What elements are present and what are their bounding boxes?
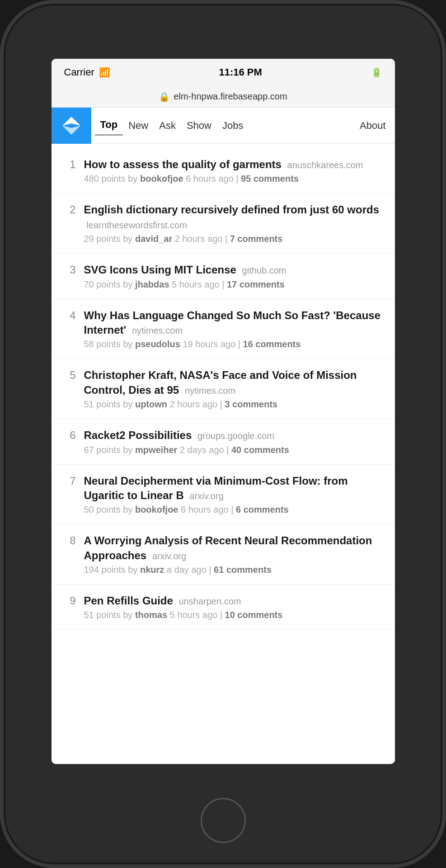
nav-header: Top New Ask Show Jobs About [52,108,395,144]
story-content: Racket2 Possibilities groups.google.com … [84,428,384,455]
story-meta: 50 points by bookofjoe 6 hours ago | 6 c… [84,505,384,515]
logo-svg [60,114,83,137]
phone-screen: Carrier 📶 11:16 PM 🔋 🔒 elm-hnpwa.firebas… [52,59,395,764]
story-author[interactable]: bookofjoe [140,174,183,184]
story-title[interactable]: Racket2 Possibilities groups.google.com [84,428,384,443]
story-comments[interactable]: 40 comments [231,445,289,455]
url-bar[interactable]: 🔒 elm-hnpwa.firebaseapp.com [52,86,395,108]
story-author[interactable]: pseudolus [135,339,180,349]
home-button[interactable] [201,798,246,843]
story-domain: github.com [242,265,286,275]
story-item[interactable]: 6 Racket2 Possibilities groups.google.co… [52,419,395,464]
story-rank: 6 [62,428,76,442]
story-title[interactable]: Christopher Kraft, NASA's Face and Voice… [84,368,384,397]
story-comments[interactable]: 3 comments [225,399,278,409]
story-item[interactable]: 3 SVG Icons Using MIT License github.com… [52,254,395,299]
nav-about[interactable]: About [351,116,395,135]
story-item[interactable]: 8 A Worrying Analysis of Recent Neural R… [52,524,395,585]
story-title[interactable]: A Worrying Analysis of Recent Neural Rec… [84,533,384,563]
svg-marker-0 [62,117,80,126]
story-comments[interactable]: 61 comments [214,565,272,575]
story-meta: 70 points by jhabdas 5 hours ago | 17 co… [84,279,384,290]
story-domain: nytimes.com [185,386,235,396]
story-content: Why Has Language Changed So Much So Fast… [84,308,384,350]
story-content: Christopher Kraft, NASA's Face and Voice… [84,368,384,410]
story-domain: anuschkarees.com [287,160,363,170]
story-domain: arxiv.org [152,551,186,561]
story-meta: 194 points by nkurz a day ago | 61 comme… [84,565,384,575]
story-title[interactable]: English dictionary recursively defined f… [84,203,384,232]
story-item[interactable]: 7 Neural Decipherment via Minimum-Cost F… [52,465,395,525]
story-comments[interactable]: 6 comments [236,505,289,514]
nav-tab-new[interactable]: New [123,116,154,135]
phone-frame: Carrier 📶 11:16 PM 🔋 🔒 elm-hnpwa.firebas… [0,0,446,868]
story-meta: 480 points by bookofjoe 6 hours ago | 95… [84,174,384,184]
story-item[interactable]: 5 Christopher Kraft, NASA's Face and Voi… [52,359,395,419]
story-item[interactable]: 2 English dictionary recursively defined… [52,193,395,254]
story-content: English dictionary recursively defined f… [84,203,384,244]
story-content: A Worrying Analysis of Recent Neural Rec… [84,533,384,575]
story-author[interactable]: mpweiher [135,445,177,455]
nav-tab-top[interactable]: Top [95,115,123,136]
nav-tab-jobs[interactable]: Jobs [217,116,249,135]
stories-list: 1 How to assess the quality of garments … [52,144,395,764]
story-title[interactable]: SVG Icons Using MIT License github.com [84,263,384,277]
story-comments[interactable]: 10 comments [225,610,283,620]
story-meta: 67 points by mpweiher 2 days ago | 40 co… [84,445,384,455]
status-time: 11:16 PM [219,66,262,78]
story-domain: learnthesewordsfirst.com [87,220,187,230]
story-domain: nytimes.com [132,326,183,335]
story-meta: 51 points by thomas 5 hours ago | 10 com… [84,610,384,620]
url-text: elm-hnpwa.firebaseapp.com [174,91,287,102]
story-item[interactable]: 1 How to assess the quality of garments … [52,148,395,193]
story-rank: 3 [62,263,76,276]
story-rank: 7 [62,474,76,487]
story-content: Neural Decipherment via Minimum-Cost Flo… [84,474,384,515]
nav-tab-ask[interactable]: Ask [154,116,181,135]
story-rank: 5 [62,368,76,382]
story-comments[interactable]: 16 comments [243,339,301,349]
story-author[interactable]: bookofjoe [135,505,178,514]
story-domain: arxiv.org [190,491,224,501]
story-author[interactable]: david_ar [135,234,172,244]
svg-marker-1 [62,126,80,135]
status-bar: Carrier 📶 11:16 PM 🔋 [52,59,395,86]
wifi-icon: 📶 [99,67,110,78]
story-item[interactable]: 4 Why Has Language Changed So Much So Fa… [52,299,395,359]
story-domain: groups.google.com [197,431,274,441]
story-rank: 9 [62,594,76,607]
story-comments[interactable]: 95 comments [241,174,299,184]
story-title[interactable]: How to assess the quality of garments an… [84,157,384,172]
story-item[interactable]: 9 Pen Refills Guide unsharpen.com 51 poi… [52,585,395,630]
carrier-info: Carrier 📶 [64,66,110,78]
app-logo[interactable] [52,108,91,144]
story-meta: 51 points by uptown 2 hours ago | 3 comm… [84,399,384,410]
story-author[interactable]: uptown [135,399,167,409]
story-content: Pen Refills Guide unsharpen.com 51 point… [84,594,384,620]
story-title[interactable]: Neural Decipherment via Minimum-Cost Flo… [84,474,384,503]
story-comments[interactable]: 7 comments [230,234,283,244]
story-title[interactable]: Why Has Language Changed So Much So Fast… [84,308,384,338]
story-rank: 8 [62,533,76,547]
story-author[interactable]: nkurz [140,565,164,575]
story-content: SVG Icons Using MIT License github.com 7… [84,263,384,289]
story-title[interactable]: Pen Refills Guide unsharpen.com [84,594,384,608]
story-rank: 4 [62,308,76,322]
story-meta: 58 points by pseudolus 19 hours ago | 16… [84,339,384,349]
story-content: How to assess the quality of garments an… [84,157,384,184]
carrier-label: Carrier [64,66,94,78]
story-domain: unsharpen.com [179,596,241,606]
nav-tab-show[interactable]: Show [181,116,217,135]
story-meta: 29 points by david_ar 2 hours ago | 7 co… [84,234,384,244]
story-author[interactable]: thomas [135,610,167,620]
story-rank: 2 [62,203,76,216]
story-author[interactable]: jhabdas [135,279,169,289]
battery-icon: 🔋 [371,67,382,78]
story-comments[interactable]: 17 comments [227,279,285,289]
nav-links: Top New Ask Show Jobs About [91,115,395,136]
story-rank: 1 [62,157,76,171]
lock-icon: 🔒 [159,91,170,102]
